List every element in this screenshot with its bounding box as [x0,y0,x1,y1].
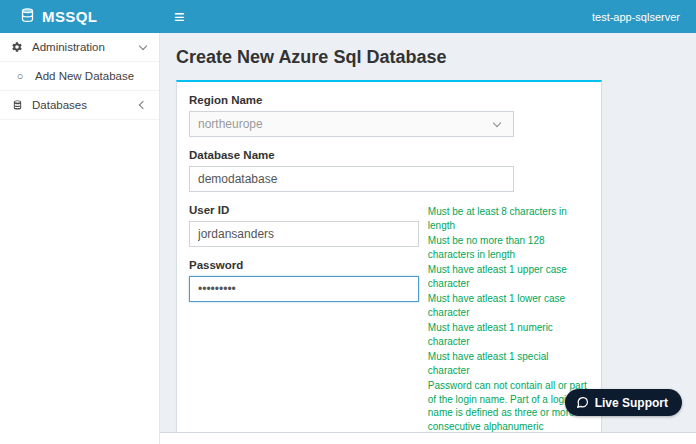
password-input[interactable] [189,276,419,302]
sidebar-item-add-new-database[interactable]: ○ Add New Database [0,62,159,91]
password-label: Password [189,259,428,271]
footer [160,432,696,444]
sidebar-item-databases[interactable]: Databases [0,91,159,120]
region-select[interactable]: northeurope [189,111,514,137]
password-rule: Must have atleast 1 upper case character [428,263,589,290]
chevron-down-icon [493,119,501,127]
gear-icon [10,41,24,53]
page-title: Create New Azure Sql Database [176,47,680,68]
brand[interactable]: MSSQL [0,0,160,33]
circle-icon: ○ [13,70,27,82]
top-navbar: MSSQL ≡ test-app-sqlserver [0,0,696,33]
sidebar-item-label: Administration [32,41,105,53]
sidebar-toggle-button[interactable]: ≡ [160,0,199,33]
live-support-button[interactable]: Live Support [565,389,682,416]
mssql-logo-icon [20,7,35,27]
sidebar-item-label: Databases [32,99,87,111]
password-rule: Must have atleast 1 special character [428,350,589,377]
sidebar-item-administration[interactable]: Administration [0,33,159,62]
user-id-label: User ID [189,204,428,216]
create-database-form: Region Name northeurope Database Name Us… [176,80,602,444]
password-rule: Must have atleast 1 numeric character [428,321,589,348]
brand-name: MSSQL [42,8,97,25]
server-name-label: test-app-sqlserver [592,11,696,23]
database-name-input[interactable] [189,166,514,192]
database-name-label: Database Name [189,149,589,161]
content-area: Create New Azure Sql Database Region Nam… [160,33,696,432]
region-name-label: Region Name [189,94,589,106]
password-rule: Must be no more than 128 characters in l… [428,234,589,261]
password-rule: Must have atleast 1 lower case character [428,292,589,319]
password-requirements-list: Must be at least 8 characters in length … [428,204,589,444]
sidebar-item-label: Add New Database [35,70,134,82]
sidebar: Administration ○ Add New Database Databa… [0,33,160,444]
chat-bubble-icon [576,396,589,409]
chevron-left-icon [139,101,147,109]
chevron-down-icon [139,41,147,49]
user-id-input[interactable] [189,221,419,247]
password-rule: Must be at least 8 characters in length [428,205,589,232]
database-icon [10,99,24,111]
live-support-label: Live Support [595,396,668,410]
region-select-value: northeurope [198,117,263,131]
